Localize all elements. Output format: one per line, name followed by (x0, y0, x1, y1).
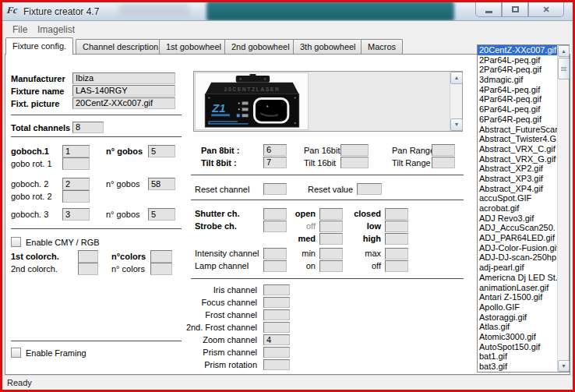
list-scroll-thumb[interactable] (558, 58, 570, 79)
pan-range-field[interactable] (432, 144, 455, 156)
list-scrollbar[interactable]: ▲ ▼ (557, 45, 569, 372)
list-item[interactable]: Apollo.GIF (478, 302, 557, 313)
tilt16-field[interactable] (340, 157, 369, 168)
goboch2-field[interactable]: 2 (62, 178, 90, 190)
colorch1-field[interactable] (78, 250, 98, 263)
list-item[interactable]: 4Par64L-peq.gif (478, 85, 557, 95)
tab-channel-description[interactable]: Channel description (76, 39, 165, 54)
scroll-down-icon[interactable]: ▼ (450, 118, 463, 131)
reset-value-field[interactable] (357, 183, 382, 195)
closed-field[interactable] (385, 208, 408, 220)
list-item[interactable]: Atlas.gif (478, 322, 557, 332)
list-item[interactable]: accuSpot.GIF (478, 193, 557, 203)
close-button[interactable]: ✕ (528, 2, 564, 17)
list-item[interactable]: 6Par64R-peq.gif (478, 115, 557, 125)
tab-2nd-gobowheel[interactable]: 2nd gobowheel (224, 39, 297, 54)
window-controls: ✕ (475, 2, 564, 17)
prism-channel-field[interactable] (263, 347, 290, 358)
list-item[interactable]: Astoraggi.gif (478, 313, 557, 323)
list-item[interactable]: adj-pearl.gif (478, 263, 557, 273)
list-item[interactable]: 20CentZ-XXc007.gif (478, 45, 557, 55)
ncolors1-field[interactable] (150, 250, 172, 263)
scroll-up-icon[interactable]: ▲ (450, 72, 463, 84)
focus-channel-field[interactable] (263, 297, 290, 308)
list-item[interactable]: ADJ_PAR64LED.gif (478, 233, 557, 243)
list-scroll-down-icon[interactable]: ▼ (558, 360, 570, 372)
list-item[interactable]: 6Par64L-peq.gif (478, 104, 557, 115)
maximize-button[interactable] (502, 2, 528, 17)
list-item[interactable]: Abstract_VRX_C.gif (478, 144, 557, 154)
manufacturer-field[interactable]: Ibiza (72, 72, 175, 84)
colorch2-field[interactable] (78, 263, 98, 275)
list-item[interactable]: Abstract_XP2.gif (478, 164, 557, 174)
list-item[interactable]: 4Par64R-peq.gif (478, 94, 557, 104)
titlebar[interactable]: Fc Fixture creator 4.7 ✕ (2, 2, 573, 21)
enable-cmy-checkbox[interactable] (11, 237, 21, 247)
prism-rotation-field[interactable] (263, 359, 290, 370)
reset-channel-field[interactable] (263, 183, 287, 195)
list-item[interactable]: Atomic3000.gif (478, 332, 557, 342)
list-item[interactable]: 2Par64R-peq.gif (478, 65, 557, 75)
tab-fixture-config[interactable]: Fixture config. (5, 37, 73, 55)
ngobos3-field[interactable]: 5 (148, 208, 175, 221)
enable-framing-checkbox[interactable] (11, 348, 21, 358)
frost-channel-field[interactable] (263, 309, 290, 320)
goboch1-field[interactable]: 1 (62, 145, 90, 157)
total-channels-field[interactable]: 8 (72, 122, 104, 133)
tab-1st-gobowheel[interactable]: 1st gobowheel (159, 39, 228, 54)
list-item[interactable]: Americna Dj LED St. (478, 273, 557, 283)
ngobos1-field[interactable]: 5 (148, 145, 175, 157)
tab-macros[interactable]: Macros (361, 39, 403, 54)
image-scrollbar[interactable]: ▲ ▼ (450, 72, 462, 131)
med-field[interactable] (319, 233, 343, 245)
ngobos2-field[interactable]: 58 (148, 178, 175, 190)
menu-imagelist[interactable]: Imagelist (37, 24, 75, 35)
minimize-button[interactable] (475, 2, 502, 17)
list-item[interactable]: Abstract_XP3.gif (478, 174, 557, 184)
list-item[interactable]: Abstract_Twister4.G (478, 134, 557, 144)
picture-file-listbox[interactable]: 20CentZ-XXc007.gif2Par64L-peq.gif2Par64R… (477, 44, 570, 373)
low-field[interactable] (385, 221, 408, 232)
list-item[interactable]: ADJ-Color-Fusion.gif (478, 243, 557, 253)
frost2-channel-field[interactable] (263, 322, 290, 333)
tab-3th-gobowheel[interactable]: 3th gobowheel (293, 39, 363, 54)
iris-channel-field[interactable] (263, 284, 290, 295)
list-item[interactable]: 2Par64L-peq.gif (478, 55, 557, 65)
lamp-off-field[interactable] (385, 260, 408, 272)
on-field[interactable] (319, 260, 343, 272)
pan8-field[interactable]: 6 (263, 144, 287, 156)
tilt8-field[interactable]: 7 (263, 157, 287, 168)
fixt-picture-field[interactable]: 20CentZ-XXc007.gif (72, 97, 175, 109)
list-item[interactable]: Abstract_XP4.gif (478, 184, 557, 194)
list-item[interactable]: 3dmagic.gif (478, 75, 557, 85)
reset-channel-label: Reset channel (195, 185, 249, 194)
list-item[interactable]: ADJ Revo3.gif (478, 214, 557, 224)
goborot2-field[interactable] (62, 190, 90, 203)
list-item[interactable]: ADJ-DJ-scan-250hp (478, 253, 557, 263)
list-item[interactable]: bat3.gif (478, 362, 557, 372)
high-field[interactable] (385, 233, 408, 245)
list-item[interactable]: acrobat.gif (478, 203, 557, 214)
strobe-off-field[interactable] (319, 221, 343, 232)
list-item[interactable]: bat1.gif (478, 351, 557, 362)
list-scroll-up-icon[interactable]: ▲ (558, 45, 570, 57)
zoom-channel-field[interactable]: 4 (263, 334, 290, 345)
goboch3-field[interactable]: 3 (62, 208, 90, 221)
min-field[interactable] (319, 248, 343, 260)
list-item[interactable]: animationLaser.gif (478, 283, 557, 293)
menu-file[interactable]: File (12, 24, 27, 35)
divider (11, 228, 182, 229)
list-item[interactable]: AutoSpot150.gif (478, 342, 557, 352)
list-item[interactable]: Antari Z-1500.gif (478, 292, 557, 302)
open-field[interactable] (319, 208, 343, 220)
ncolors2-field[interactable] (150, 263, 172, 275)
list-item[interactable]: Abstract_FutureScan (478, 125, 557, 135)
list-item[interactable]: Abstract_VRX_G.gif (478, 154, 557, 164)
goborot1-field[interactable] (62, 157, 90, 170)
pan16-field[interactable] (340, 144, 369, 156)
fixture-name-field[interactable]: LAS-140RGY (72, 85, 175, 97)
tilt-range-field[interactable] (432, 157, 455, 168)
list-item[interactable]: ADJ_AccuScan250. (478, 223, 557, 233)
max-field[interactable] (385, 248, 408, 260)
laser-fixture-image: 20CENTZLASER Z1 (196, 73, 308, 129)
